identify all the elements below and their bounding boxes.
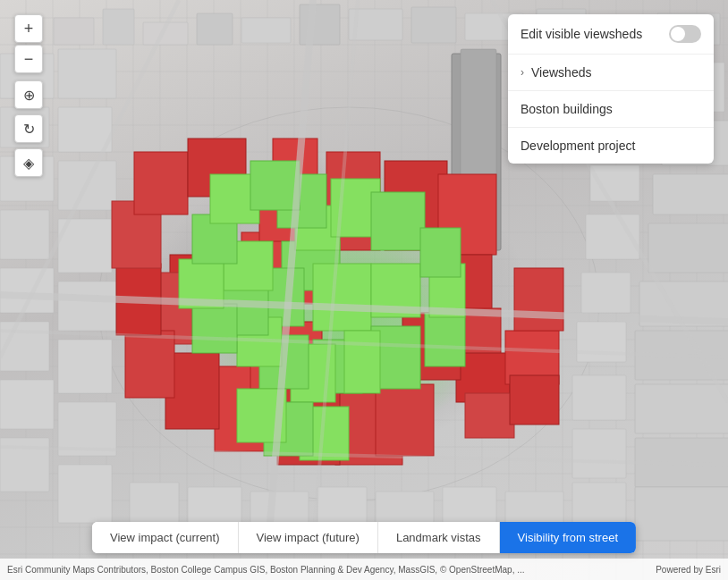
layer-panel-header: Edit visible viewsheds bbox=[508, 14, 714, 55]
map-container: + − ⊕ ↻ ◈ Edit visible viewsheds › Views… bbox=[0, 0, 728, 580]
edit-viewsheds-label: Edit visible viewsheds bbox=[521, 27, 642, 41]
zoom-out-button[interactable]: − bbox=[14, 45, 43, 73]
powered-by-text: Powered by Esri bbox=[656, 565, 721, 575]
map-controls: + − bbox=[14, 14, 43, 73]
rotate-button[interactable]: ↻ bbox=[14, 114, 43, 143]
compass-button[interactable]: ◈ bbox=[14, 148, 43, 177]
bottom-tabs: View impact (current) View impact (futur… bbox=[92, 522, 636, 553]
layer-development-project[interactable]: Development project bbox=[508, 128, 714, 164]
boston-buildings-label: Boston buildings bbox=[521, 102, 613, 116]
pan-button[interactable]: ⊕ bbox=[14, 80, 43, 109]
tab-view-impact-future[interactable]: View impact (future) bbox=[239, 522, 378, 553]
nav-controls: ⊕ ↻ ◈ bbox=[14, 80, 43, 177]
zoom-in-button[interactable]: + bbox=[14, 14, 43, 43]
development-project-label: Development project bbox=[521, 139, 635, 153]
layer-panel: Edit visible viewsheds › Viewsheds Bosto… bbox=[508, 14, 714, 164]
tab-landmark-vistas[interactable]: Landmark vistas bbox=[378, 522, 500, 553]
viewsheds-chevron: › bbox=[521, 66, 524, 79]
layer-viewsheds[interactable]: › Viewsheds bbox=[508, 55, 714, 91]
layer-boston-buildings[interactable]: Boston buildings bbox=[508, 91, 714, 128]
attribution-text: Esri Community Maps Contributors, Boston… bbox=[7, 565, 525, 575]
tab-visibility-from-street[interactable]: Visibility from street bbox=[500, 522, 636, 553]
edit-viewsheds-toggle[interactable] bbox=[669, 25, 701, 43]
attribution-bar: Esri Community Maps Contributors, Boston… bbox=[0, 559, 728, 580]
viewsheds-label: Viewsheds bbox=[531, 65, 591, 80]
tab-view-impact-current[interactable]: View impact (current) bbox=[92, 522, 239, 553]
